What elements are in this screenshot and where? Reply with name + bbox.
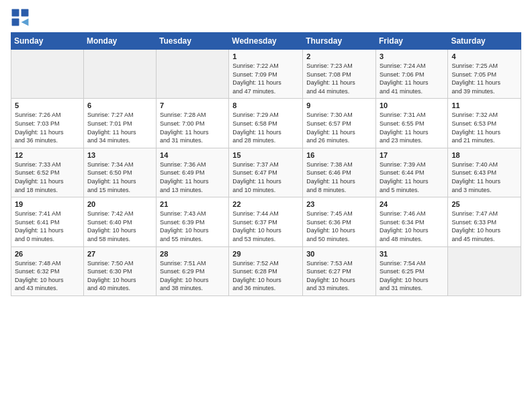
day-info: Sunrise: 7:30 AM Sunset: 6:57 PM Dayligh… xyxy=(306,111,372,144)
calendar-cell: 26Sunrise: 7:48 AM Sunset: 6:32 PM Dayli… xyxy=(11,246,84,295)
calendar-cell: 5Sunrise: 7:26 AM Sunset: 7:03 PM Daylig… xyxy=(11,99,84,148)
calendar-cell: 10Sunrise: 7:31 AM Sunset: 6:55 PM Dayli… xyxy=(375,99,447,148)
col-header-monday: Monday xyxy=(83,33,156,50)
calendar-cell: 30Sunrise: 7:53 AM Sunset: 6:27 PM Dayli… xyxy=(303,246,376,295)
day-info: Sunrise: 7:39 AM Sunset: 6:44 PM Dayligh… xyxy=(380,161,444,194)
day-info: Sunrise: 7:24 AM Sunset: 7:06 PM Dayligh… xyxy=(380,62,444,95)
day-info: Sunrise: 7:48 AM Sunset: 6:32 PM Dayligh… xyxy=(15,259,80,293)
day-info: Sunrise: 7:43 AM Sunset: 6:39 PM Dayligh… xyxy=(160,210,225,243)
day-number: 4 xyxy=(451,52,517,60)
calendar-cell: 8Sunrise: 7:29 AM Sunset: 6:58 PM Daylig… xyxy=(229,99,303,148)
day-number: 18 xyxy=(451,151,517,159)
calendar-cell: 21Sunrise: 7:43 AM Sunset: 6:39 PM Dayli… xyxy=(157,197,229,246)
calendar-cell: 11Sunrise: 7:32 AM Sunset: 6:53 PM Dayli… xyxy=(448,99,521,148)
calendar-cell: 22Sunrise: 7:44 AM Sunset: 6:37 PM Dayli… xyxy=(229,197,303,246)
day-info: Sunrise: 7:25 AM Sunset: 7:05 PM Dayligh… xyxy=(451,62,517,95)
calendar: SundayMondayTuesdayWednesdayThursdayFrid… xyxy=(11,32,521,296)
day-number: 27 xyxy=(87,250,152,258)
calendar-cell: 4Sunrise: 7:25 AM Sunset: 7:05 PM Daylig… xyxy=(448,50,521,99)
day-info: Sunrise: 7:28 AM Sunset: 7:00 PM Dayligh… xyxy=(160,111,225,144)
svg-rect-0 xyxy=(12,9,19,17)
day-info: Sunrise: 7:40 AM Sunset: 6:43 PM Dayligh… xyxy=(451,161,517,194)
day-number: 1 xyxy=(232,52,299,60)
logo xyxy=(11,8,32,27)
day-info: Sunrise: 7:47 AM Sunset: 6:33 PM Dayligh… xyxy=(451,210,517,243)
svg-rect-1 xyxy=(21,9,29,17)
day-info: Sunrise: 7:54 AM Sunset: 6:25 PM Dayligh… xyxy=(380,259,444,293)
day-info: Sunrise: 7:44 AM Sunset: 6:37 PM Dayligh… xyxy=(232,210,299,243)
day-number: 29 xyxy=(232,250,299,258)
day-info: Sunrise: 7:38 AM Sunset: 6:46 PM Dayligh… xyxy=(306,161,372,194)
svg-marker-3 xyxy=(21,19,29,26)
week-row-4: 26Sunrise: 7:48 AM Sunset: 6:32 PM Dayli… xyxy=(11,246,521,295)
day-info: Sunrise: 7:52 AM Sunset: 6:28 PM Dayligh… xyxy=(232,259,299,293)
day-number: 11 xyxy=(451,101,517,109)
day-info: Sunrise: 7:45 AM Sunset: 6:36 PM Dayligh… xyxy=(306,210,372,243)
calendar-cell: 9Sunrise: 7:30 AM Sunset: 6:57 PM Daylig… xyxy=(303,99,376,148)
day-number: 15 xyxy=(232,151,299,159)
svg-rect-2 xyxy=(12,19,19,26)
col-header-thursday: Thursday xyxy=(303,33,376,50)
day-number: 7 xyxy=(160,101,225,109)
week-row-3: 19Sunrise: 7:41 AM Sunset: 6:41 PM Dayli… xyxy=(11,197,521,246)
calendar-cell: 13Sunrise: 7:34 AM Sunset: 6:50 PM Dayli… xyxy=(83,148,156,197)
day-info: Sunrise: 7:37 AM Sunset: 6:47 PM Dayligh… xyxy=(232,161,299,194)
day-info: Sunrise: 7:36 AM Sunset: 6:49 PM Dayligh… xyxy=(160,161,225,194)
calendar-cell xyxy=(83,50,156,99)
col-header-friday: Friday xyxy=(375,33,447,50)
calendar-cell xyxy=(157,50,229,99)
day-number: 6 xyxy=(87,101,152,109)
calendar-cell: 6Sunrise: 7:27 AM Sunset: 7:01 PM Daylig… xyxy=(83,99,156,148)
calendar-cell: 29Sunrise: 7:52 AM Sunset: 6:28 PM Dayli… xyxy=(229,246,303,295)
day-number: 30 xyxy=(306,250,372,258)
calendar-cell: 12Sunrise: 7:33 AM Sunset: 6:52 PM Dayli… xyxy=(11,148,84,197)
day-number: 9 xyxy=(306,101,372,109)
day-number: 16 xyxy=(306,151,372,159)
calendar-cell: 19Sunrise: 7:41 AM Sunset: 6:41 PM Dayli… xyxy=(11,197,84,246)
calendar-cell: 31Sunrise: 7:54 AM Sunset: 6:25 PM Dayli… xyxy=(375,246,447,295)
calendar-cell: 20Sunrise: 7:42 AM Sunset: 6:40 PM Dayli… xyxy=(83,197,156,246)
calendar-cell: 23Sunrise: 7:45 AM Sunset: 6:36 PM Dayli… xyxy=(303,197,376,246)
day-number: 19 xyxy=(15,200,80,208)
calendar-cell: 27Sunrise: 7:50 AM Sunset: 6:30 PM Dayli… xyxy=(83,246,156,295)
day-number: 28 xyxy=(160,250,225,258)
calendar-cell: 25Sunrise: 7:47 AM Sunset: 6:33 PM Dayli… xyxy=(448,197,521,246)
col-header-wednesday: Wednesday xyxy=(229,33,303,50)
day-info: Sunrise: 7:29 AM Sunset: 6:58 PM Dayligh… xyxy=(232,111,299,144)
day-number: 5 xyxy=(15,101,80,109)
page: SundayMondayTuesdayWednesdayThursdayFrid… xyxy=(0,0,532,411)
header xyxy=(11,8,521,27)
day-info: Sunrise: 7:46 AM Sunset: 6:34 PM Dayligh… xyxy=(380,210,444,243)
logo-icon xyxy=(11,8,30,27)
day-number: 24 xyxy=(380,200,444,208)
calendar-cell: 15Sunrise: 7:37 AM Sunset: 6:47 PM Dayli… xyxy=(229,148,303,197)
week-row-1: 5Sunrise: 7:26 AM Sunset: 7:03 PM Daylig… xyxy=(11,99,521,148)
day-info: Sunrise: 7:31 AM Sunset: 6:55 PM Dayligh… xyxy=(380,111,444,144)
calendar-cell xyxy=(448,246,521,295)
week-row-0: 1Sunrise: 7:22 AM Sunset: 7:09 PM Daylig… xyxy=(11,50,521,99)
calendar-cell: 17Sunrise: 7:39 AM Sunset: 6:44 PM Dayli… xyxy=(375,148,447,197)
day-number: 21 xyxy=(160,200,225,208)
day-info: Sunrise: 7:23 AM Sunset: 7:08 PM Dayligh… xyxy=(306,62,372,95)
day-info: Sunrise: 7:32 AM Sunset: 6:53 PM Dayligh… xyxy=(451,111,517,144)
calendar-cell: 7Sunrise: 7:28 AM Sunset: 7:00 PM Daylig… xyxy=(157,99,229,148)
calendar-cell: 14Sunrise: 7:36 AM Sunset: 6:49 PM Dayli… xyxy=(157,148,229,197)
day-number: 22 xyxy=(232,200,299,208)
col-header-sunday: Sunday xyxy=(11,33,84,50)
day-number: 13 xyxy=(87,151,152,159)
day-info: Sunrise: 7:34 AM Sunset: 6:50 PM Dayligh… xyxy=(87,161,152,194)
day-info: Sunrise: 7:41 AM Sunset: 6:41 PM Dayligh… xyxy=(15,210,80,243)
day-info: Sunrise: 7:42 AM Sunset: 6:40 PM Dayligh… xyxy=(87,210,152,243)
calendar-cell: 3Sunrise: 7:24 AM Sunset: 7:06 PM Daylig… xyxy=(375,50,447,99)
col-header-saturday: Saturday xyxy=(448,33,521,50)
calendar-cell: 28Sunrise: 7:51 AM Sunset: 6:29 PM Dayli… xyxy=(157,246,229,295)
day-info: Sunrise: 7:51 AM Sunset: 6:29 PM Dayligh… xyxy=(160,259,225,293)
calendar-cell: 24Sunrise: 7:46 AM Sunset: 6:34 PM Dayli… xyxy=(375,197,447,246)
day-number: 23 xyxy=(306,200,372,208)
calendar-cell: 18Sunrise: 7:40 AM Sunset: 6:43 PM Dayli… xyxy=(448,148,521,197)
day-info: Sunrise: 7:27 AM Sunset: 7:01 PM Dayligh… xyxy=(87,111,152,144)
col-header-tuesday: Tuesday xyxy=(157,33,229,50)
day-number: 20 xyxy=(87,200,152,208)
day-number: 2 xyxy=(306,52,372,60)
day-number: 14 xyxy=(160,151,225,159)
